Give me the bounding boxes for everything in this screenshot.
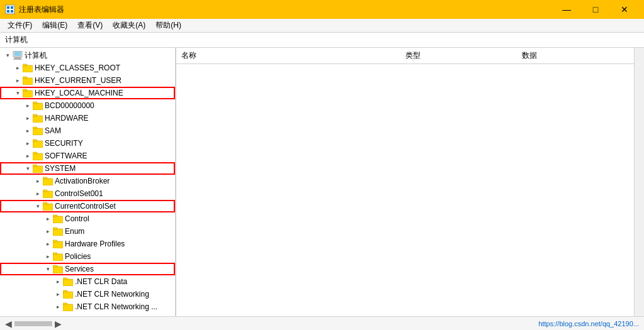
folder-icon-enum: [53, 227, 63, 236]
close-button[interactable]: ✕: [610, 0, 639, 19]
item-label-policies: Policies: [65, 252, 91, 261]
tree-item-net_clr_networking[interactable]: ▸ .NET CLR Networking: [0, 288, 175, 300]
expand-btn-activationbroker[interactable]: ▸: [33, 176, 43, 186]
tree-item-net_clr_data[interactable]: ▸ .NET CLR Data: [0, 275, 175, 288]
item-label-hardware_profiles: Hardware Profiles: [65, 239, 125, 248]
expand-btn-security[interactable]: ▸: [23, 138, 33, 148]
folder-icon-hkey_local_machine: [23, 89, 33, 97]
minimize-button[interactable]: —: [552, 0, 581, 19]
expand-btn-system[interactable]: ▾: [23, 163, 33, 173]
expand-btn-net_clr_networking[interactable]: ▸: [53, 289, 63, 299]
folder-icon-sam: [33, 126, 43, 135]
expand-btn-hardware_profiles[interactable]: ▸: [43, 239, 53, 249]
item-label-controlset001: ControlSet001: [55, 189, 103, 198]
expand-btn-enum[interactable]: ▸: [43, 226, 53, 236]
folder-icon-currentcontrolset: [43, 202, 53, 211]
folder-icon-net_clr_networking2: [63, 302, 73, 311]
svg-rect-1: [7, 6, 9, 9]
folder-icon-services: [53, 265, 63, 273]
scroll-track: [635, 48, 644, 316]
expand-btn-software[interactable]: ▸: [23, 151, 33, 161]
menu-file[interactable]: 文件(F): [3, 19, 37, 32]
expand-btn-computer[interactable]: ▾: [3, 50, 13, 60]
tree-item-hkey_classes_root[interactable]: ▸ HKEY_CLASSES_ROOT: [0, 62, 175, 74]
tree-item-policies[interactable]: ▸ Policies: [0, 250, 175, 263]
tree-item-hkey_local_machine[interactable]: ▾ HKEY_LOCAL_MACHINE: [0, 87, 175, 99]
expand-btn-net_clr_networking2[interactable]: ▸: [53, 302, 63, 312]
tree-item-enum[interactable]: ▸ Enum: [0, 225, 175, 238]
svg-rect-17: [33, 116, 43, 123]
expand-btn-controlset001[interactable]: ▸: [33, 189, 43, 199]
svg-rect-24: [33, 152, 37, 154]
svg-rect-44: [63, 278, 67, 280]
status-arrow-right[interactable]: ▶: [55, 319, 62, 329]
svg-rect-26: [33, 165, 37, 167]
tree-item-services[interactable]: ▾ Services: [0, 263, 175, 275]
tree-item-control[interactable]: ▸ Control: [0, 212, 175, 225]
svg-rect-21: [33, 141, 43, 148]
expand-btn-net_clr_data[interactable]: ▸: [53, 277, 63, 287]
folder-icon-hardware: [33, 114, 43, 123]
svg-rect-8: [14, 58, 21, 60]
expand-btn-bcd00000000[interactable]: ▸: [23, 101, 33, 111]
expand-btn-control[interactable]: ▸: [43, 214, 53, 224]
tree-item-hardware[interactable]: ▸ HARDWARE: [0, 112, 175, 124]
status-url: https://blog.csdn.net/qq_42190...: [538, 320, 639, 327]
status-arrow-left[interactable]: ◀: [5, 319, 12, 329]
expand-btn-hkey_current_user[interactable]: ▸: [13, 75, 23, 85]
tree-item-currentcontrolset[interactable]: ▾ CurrentControlSet: [0, 200, 175, 212]
menu-edit[interactable]: 编辑(E): [37, 19, 72, 32]
svg-rect-11: [23, 78, 33, 85]
svg-rect-41: [53, 267, 63, 273]
item-label-hkey_current_user: HKEY_CURRENT_USER: [35, 76, 121, 85]
tree-content: ▾ 计算机▸ HKEY_CLASSES_ROOT▸ HKEY_CURRENT_U…: [0, 48, 175, 314]
tree-item-bcd00000000[interactable]: ▸ BCD00000000: [0, 99, 175, 112]
expand-btn-hkey_classes_root[interactable]: ▸: [13, 63, 23, 73]
col-type: 类型: [400, 49, 517, 62]
svg-rect-14: [23, 89, 27, 91]
item-label-net_clr_networking: .NET CLR Networking: [75, 290, 149, 299]
expand-btn-policies[interactable]: ▸: [43, 251, 53, 261]
tree-item-computer[interactable]: ▾ 计算机: [0, 49, 175, 62]
col-data: 数据: [517, 49, 634, 62]
folder-icon-policies: [53, 252, 63, 261]
svg-rect-23: [33, 153, 43, 160]
svg-rect-12: [23, 77, 27, 79]
scroll-thumb: [14, 321, 52, 326]
item-label-software: SOFTWARE: [45, 151, 88, 160]
tree-item-activationbroker[interactable]: ▸ ActivationBroker: [0, 175, 175, 187]
tree-item-system[interactable]: ▾ SYSTEM: [0, 162, 175, 175]
expand-btn-sam[interactable]: ▸: [23, 126, 33, 136]
tree-item-net_clr_networking2[interactable]: ▸ .NET CLR Networking ...: [0, 300, 175, 313]
expand-btn-hardware[interactable]: ▸: [23, 113, 33, 123]
folder-icon-hardware_profiles: [53, 239, 63, 248]
tree-item-hardware_profiles[interactable]: ▸ Hardware Profiles: [0, 238, 175, 250]
main-content: ▾ 计算机▸ HKEY_CLASSES_ROOT▸ HKEY_CURRENT_U…: [0, 48, 644, 316]
col-name: 名称: [176, 49, 400, 62]
menu-view[interactable]: 查看(V): [72, 19, 108, 32]
svg-rect-33: [53, 216, 63, 223]
item-label-security: SECURITY: [45, 139, 83, 148]
svg-rect-40: [53, 253, 57, 255]
tree-item-security[interactable]: ▸ SECURITY: [0, 137, 175, 150]
svg-rect-43: [63, 279, 73, 286]
menu-favorites[interactable]: 收藏夹(A): [108, 19, 150, 32]
expand-btn-currentcontrolset[interactable]: ▾: [33, 201, 43, 211]
tree-item-controlset001[interactable]: ▸ ControlSet001: [0, 187, 175, 200]
maximize-button[interactable]: □: [581, 0, 610, 19]
tree-item-software[interactable]: ▸ SOFTWARE: [0, 150, 175, 162]
svg-rect-9: [23, 65, 33, 72]
svg-rect-27: [43, 179, 53, 185]
folder-icon-controlset001: [43, 189, 53, 198]
tree-item-sam[interactable]: ▸ SAM: [0, 124, 175, 137]
expand-btn-services[interactable]: ▾: [43, 264, 53, 274]
tree-panel[interactable]: ▾ 计算机▸ HKEY_CLASSES_ROOT▸ HKEY_CURRENT_U…: [0, 48, 176, 316]
menu-help[interactable]: 帮助(H): [150, 19, 186, 32]
item-label-activationbroker: ActivationBroker: [55, 177, 110, 185]
folder-icon-security: [33, 139, 43, 148]
svg-rect-3: [7, 10, 9, 13]
right-panel-header: 名称 类型 数据: [176, 48, 634, 64]
tree-item-hkey_current_user[interactable]: ▸ HKEY_CURRENT_USER: [0, 74, 175, 87]
expand-btn-hkey_local_machine[interactable]: ▾: [13, 88, 23, 98]
svg-rect-7: [15, 57, 20, 58]
